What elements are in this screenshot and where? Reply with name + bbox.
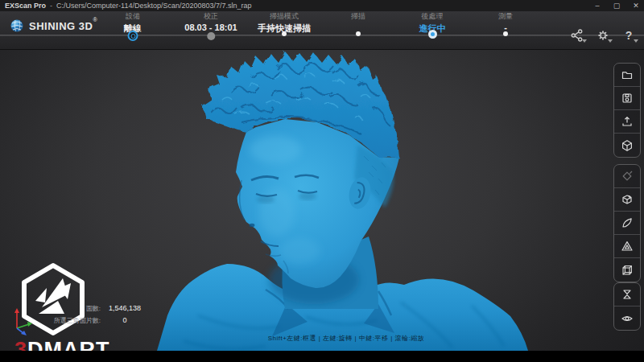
brand-logo: SHINING 3D® (10, 19, 97, 33)
step-node-idle[interactable] (282, 31, 287, 36)
dropdown-caret-icon (608, 39, 613, 43)
bottom-black-strip (0, 351, 644, 362)
step-node-done[interactable] (207, 32, 215, 40)
step-label: 校正 (184, 11, 237, 22)
nav-step-scan-mode[interactable]: 掃描模式 手持快速掃描 (258, 11, 311, 50)
surface-patch-icon (621, 216, 634, 229)
question-mark: ? (625, 29, 633, 42)
floppy-save-icon (621, 92, 634, 105)
progress-track (0, 35, 644, 36)
stat-selected-triangles: 所選三角面片數: 0 (0, 316, 149, 325)
step-label: 後處理 (419, 11, 446, 22)
nav-step-postprocess[interactable]: 後處理 進行中 (419, 11, 446, 50)
step-node-idle[interactable] (356, 31, 361, 36)
mesh-compare-button[interactable] (614, 283, 640, 306)
title-separator: - (50, 2, 52, 10)
cut-cube-button[interactable] (614, 188, 640, 212)
nav-step-device[interactable]: 設備 離線 (124, 11, 142, 50)
frame-cube-icon (621, 264, 634, 277)
stat-label: 所選三角面片數: (6, 316, 101, 325)
stat-value: 0 (101, 316, 149, 325)
help-icon[interactable]: ? (620, 27, 638, 43)
app-name: EXScan Pro (5, 2, 46, 10)
step-label: 設備 (124, 11, 142, 22)
viewport-3d[interactable]: 3DMART 3D PRINTING SOLUTIONS 面數: 1,546,1… (0, 50, 644, 351)
mouse-hint-text: Shift+左鍵:框選 | 左鍵:旋轉 | 中鍵:平移 | 滾輪:縮放 (0, 334, 644, 343)
brand-name: SHINING 3D (29, 20, 93, 32)
stat-face-count: 面數: 1,546,138 (0, 304, 149, 313)
mesh-stats: 面數: 1,546,138 所選三角面片數: 0 (0, 304, 149, 328)
surface-patch-button[interactable] (614, 212, 640, 235)
window-controls: – ▢ ✕ (592, 0, 641, 11)
close-button[interactable]: ✕ (631, 0, 641, 11)
minimize-button[interactable]: – (592, 0, 602, 11)
export-button[interactable] (614, 110, 640, 134)
stat-value: 1,546,138 (101, 304, 149, 313)
mesh-compare-icon (621, 288, 634, 301)
share-icon[interactable] (568, 27, 586, 43)
step-value: 08.03 - 18:01 (184, 23, 237, 32)
shining3d-globe-icon (10, 19, 24, 33)
maximize-button[interactable]: ▢ (612, 0, 621, 11)
project-path: C:/Users/Computer-114/Desktop/Scan/20200… (56, 2, 251, 10)
save-button[interactable] (614, 87, 640, 110)
third-party-button[interactable] (614, 134, 640, 157)
nav-bar: SHINING 3D® 設備 離線 校正 08.03 - 18:01 掃描模式 … (0, 11, 644, 50)
step-node-device[interactable] (128, 31, 138, 41)
toolbar-view-group (613, 282, 641, 331)
export-upload-icon (621, 115, 634, 128)
step-label: 測量 (498, 11, 513, 22)
simplify-mesh-button[interactable] (614, 235, 640, 258)
dropdown-caret-icon (582, 39, 587, 43)
step-label: 掃描模式 (258, 11, 311, 22)
visibility-eye-icon (621, 312, 634, 325)
simplify-triangle-icon (621, 240, 634, 253)
brand-reg: ® (93, 17, 97, 23)
nav-step-calibration[interactable]: 校正 08.03 - 18:01 (184, 11, 237, 50)
folder-icon (621, 68, 634, 81)
frame-cube-button[interactable] (614, 258, 640, 282)
step-node-idle[interactable] (503, 31, 508, 36)
fill-pour-button[interactable] (614, 165, 640, 188)
dropdown-caret-icon (634, 39, 638, 43)
gear-icon[interactable] (594, 27, 612, 43)
top-icon-group: ? (568, 27, 638, 43)
step-node-active[interactable] (428, 30, 437, 39)
open-project-button[interactable] (614, 64, 640, 87)
cut-cube-icon (621, 193, 634, 206)
toolbar-edit-group (613, 164, 641, 282)
exscan-window: EXScan Pro - C:/Users/Computer-114/Deskt… (0, 0, 644, 362)
nav-step-measure[interactable]: 測量 - (498, 11, 513, 50)
nav-step-scan[interactable]: 掃描 (351, 11, 365, 50)
cube-sphere-icon (621, 139, 634, 152)
step-label: 掃描 (351, 11, 365, 22)
stat-label: 面數: (6, 304, 101, 313)
toolbar-file-group (613, 63, 641, 158)
fill-pour-icon (621, 170, 634, 183)
visibility-button[interactable] (614, 306, 640, 330)
title-bar: EXScan Pro - C:/Users/Computer-114/Deskt… (0, 0, 644, 11)
